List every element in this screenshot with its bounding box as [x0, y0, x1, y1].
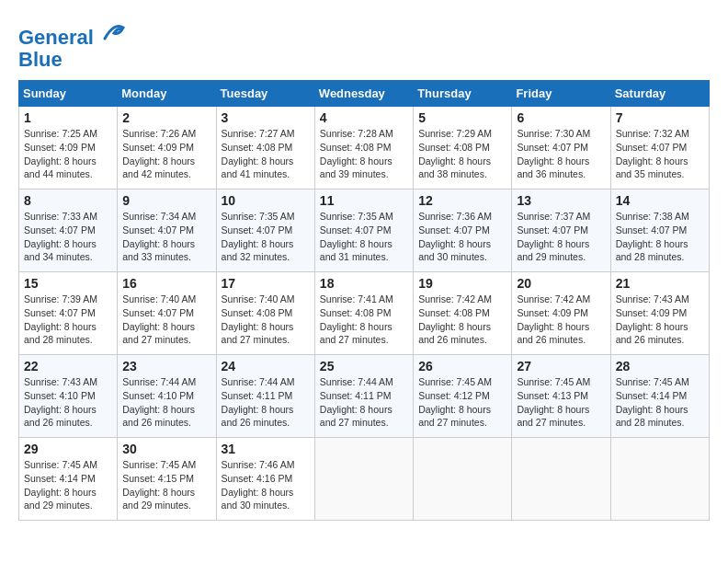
- column-header-friday: Friday: [512, 81, 610, 107]
- column-header-saturday: Saturday: [610, 81, 709, 107]
- column-header-wednesday: Wednesday: [314, 81, 413, 107]
- calendar-cell: 6 Sunrise: 7:30 AMSunset: 4:07 PMDayligh…: [512, 107, 610, 190]
- day-info: Sunrise: 7:28 AMSunset: 4:08 PMDaylight:…: [320, 127, 408, 181]
- day-info: Sunrise: 7:44 AMSunset: 4:10 PMDaylight:…: [122, 375, 210, 430]
- calendar-cell: 14 Sunrise: 7:38 AMSunset: 4:07 PMDaylig…: [610, 190, 709, 272]
- day-info: Sunrise: 7:39 AMSunset: 4:07 PMDaylight:…: [24, 293, 112, 347]
- calendar-cell: 22 Sunrise: 7:43 AMSunset: 4:10 PMDaylig…: [19, 355, 118, 438]
- day-number: 8: [24, 193, 112, 208]
- day-number: 17: [222, 276, 310, 291]
- calendar-cell: 17 Sunrise: 7:40 AMSunset: 4:08 PMDaylig…: [216, 272, 314, 355]
- day-number: 24: [222, 359, 310, 373]
- day-info: Sunrise: 7:42 AMSunset: 4:09 PMDaylight:…: [517, 293, 605, 347]
- logo-icon: [101, 18, 127, 44]
- logo: General Blue: [18, 18, 127, 71]
- calendar-cell: 9 Sunrise: 7:34 AMSunset: 4:07 PMDayligh…: [118, 190, 216, 272]
- calendar-cell: 15 Sunrise: 7:39 AMSunset: 4:07 PMDaylig…: [19, 272, 118, 355]
- calendar-cell: 19 Sunrise: 7:42 AMSunset: 4:08 PMDaylig…: [414, 272, 512, 355]
- column-header-monday: Monday: [118, 81, 216, 107]
- day-number: 6: [517, 110, 605, 125]
- day-number: 7: [616, 110, 704, 125]
- day-info: Sunrise: 7:25 AMSunset: 4:09 PMDaylight:…: [24, 127, 112, 181]
- day-info: Sunrise: 7:45 AMSunset: 4:14 PMDaylight:…: [24, 458, 112, 512]
- calendar-cell: [314, 438, 413, 521]
- day-info: Sunrise: 7:36 AMSunset: 4:07 PMDaylight:…: [418, 210, 506, 264]
- day-info: Sunrise: 7:35 AMSunset: 4:07 PMDaylight:…: [222, 210, 310, 264]
- calendar-cell: 30 Sunrise: 7:45 AMSunset: 4:15 PMDaylig…: [118, 438, 216, 521]
- page-header: General Blue: [18, 18, 710, 71]
- calendar-cell: 11 Sunrise: 7:35 AMSunset: 4:07 PMDaylig…: [314, 190, 413, 272]
- calendar-cell: 13 Sunrise: 7:37 AMSunset: 4:07 PMDaylig…: [512, 190, 610, 272]
- day-number: 14: [616, 193, 704, 208]
- calendar-cell: 18 Sunrise: 7:41 AMSunset: 4:08 PMDaylig…: [314, 272, 413, 355]
- calendar-cell: 3 Sunrise: 7:27 AMSunset: 4:08 PMDayligh…: [216, 107, 314, 190]
- logo-text: General: [18, 18, 127, 49]
- day-number: 3: [222, 110, 310, 125]
- day-info: Sunrise: 7:46 AMSunset: 4:16 PMDaylight:…: [222, 458, 310, 512]
- calendar-cell: 7 Sunrise: 7:32 AMSunset: 4:07 PMDayligh…: [610, 107, 709, 190]
- calendar-cell: 28 Sunrise: 7:45 AMSunset: 4:14 PMDaylig…: [610, 355, 709, 438]
- day-number: 1: [24, 110, 112, 125]
- calendar-cell: 8 Sunrise: 7:33 AMSunset: 4:07 PMDayligh…: [19, 190, 118, 272]
- day-number: 12: [418, 193, 506, 208]
- calendar-cell: 23 Sunrise: 7:44 AMSunset: 4:10 PMDaylig…: [118, 355, 216, 438]
- calendar-cell: [610, 438, 709, 521]
- day-number: 5: [418, 110, 506, 125]
- day-info: Sunrise: 7:45 AMSunset: 4:12 PMDaylight:…: [418, 375, 506, 430]
- day-info: Sunrise: 7:33 AMSunset: 4:07 PMDaylight:…: [24, 210, 112, 264]
- day-number: 16: [122, 276, 210, 291]
- day-info: Sunrise: 7:32 AMSunset: 4:07 PMDaylight:…: [616, 127, 704, 181]
- day-number: 4: [320, 110, 408, 125]
- day-number: 23: [122, 359, 210, 373]
- day-info: Sunrise: 7:45 AMSunset: 4:13 PMDaylight:…: [517, 375, 605, 430]
- day-info: Sunrise: 7:40 AMSunset: 4:08 PMDaylight:…: [222, 293, 310, 347]
- column-header-tuesday: Tuesday: [216, 81, 314, 107]
- calendar-cell: 29 Sunrise: 7:45 AMSunset: 4:14 PMDaylig…: [19, 438, 118, 521]
- column-header-thursday: Thursday: [414, 81, 512, 107]
- day-info: Sunrise: 7:30 AMSunset: 4:07 PMDaylight:…: [517, 127, 605, 181]
- day-info: Sunrise: 7:43 AMSunset: 4:09 PMDaylight:…: [616, 293, 704, 347]
- day-number: 31: [222, 442, 310, 456]
- day-info: Sunrise: 7:45 AMSunset: 4:15 PMDaylight:…: [122, 458, 210, 512]
- day-number: 9: [122, 193, 210, 208]
- day-number: 11: [320, 193, 408, 208]
- calendar-cell: 21 Sunrise: 7:43 AMSunset: 4:09 PMDaylig…: [610, 272, 709, 355]
- day-info: Sunrise: 7:45 AMSunset: 4:14 PMDaylight:…: [616, 375, 704, 430]
- day-number: 27: [517, 359, 605, 373]
- calendar-cell: 12 Sunrise: 7:36 AMSunset: 4:07 PMDaylig…: [414, 190, 512, 272]
- calendar-table: SundayMondayTuesdayWednesdayThursdayFrid…: [18, 80, 710, 521]
- day-info: Sunrise: 7:35 AMSunset: 4:07 PMDaylight:…: [320, 210, 408, 264]
- day-number: 30: [122, 442, 210, 456]
- day-number: 15: [24, 276, 112, 291]
- day-info: Sunrise: 7:40 AMSunset: 4:07 PMDaylight:…: [122, 293, 210, 347]
- day-info: Sunrise: 7:34 AMSunset: 4:07 PMDaylight:…: [122, 210, 210, 264]
- day-number: 2: [122, 110, 210, 125]
- calendar-cell: 1 Sunrise: 7:25 AMSunset: 4:09 PMDayligh…: [19, 107, 118, 190]
- calendar-cell: 2 Sunrise: 7:26 AMSunset: 4:09 PMDayligh…: [118, 107, 216, 190]
- calendar-cell: [512, 438, 610, 521]
- day-number: 18: [320, 276, 408, 291]
- day-number: 29: [24, 442, 112, 456]
- calendar-cell: [414, 438, 512, 521]
- day-info: Sunrise: 7:37 AMSunset: 4:07 PMDaylight:…: [517, 210, 605, 264]
- calendar-cell: 27 Sunrise: 7:45 AMSunset: 4:13 PMDaylig…: [512, 355, 610, 438]
- day-number: 22: [24, 359, 112, 373]
- calendar-cell: 26 Sunrise: 7:45 AMSunset: 4:12 PMDaylig…: [414, 355, 512, 438]
- day-info: Sunrise: 7:41 AMSunset: 4:08 PMDaylight:…: [320, 293, 408, 347]
- calendar-cell: 24 Sunrise: 7:44 AMSunset: 4:11 PMDaylig…: [216, 355, 314, 438]
- day-info: Sunrise: 7:29 AMSunset: 4:08 PMDaylight:…: [418, 127, 506, 181]
- day-info: Sunrise: 7:44 AMSunset: 4:11 PMDaylight:…: [222, 375, 310, 430]
- day-info: Sunrise: 7:43 AMSunset: 4:10 PMDaylight:…: [24, 375, 112, 430]
- calendar-cell: 5 Sunrise: 7:29 AMSunset: 4:08 PMDayligh…: [414, 107, 512, 190]
- calendar-cell: 4 Sunrise: 7:28 AMSunset: 4:08 PMDayligh…: [314, 107, 413, 190]
- day-number: 20: [517, 276, 605, 291]
- calendar-cell: 31 Sunrise: 7:46 AMSunset: 4:16 PMDaylig…: [216, 438, 314, 521]
- calendar-cell: 25 Sunrise: 7:44 AMSunset: 4:11 PMDaylig…: [314, 355, 413, 438]
- day-info: Sunrise: 7:44 AMSunset: 4:11 PMDaylight:…: [320, 375, 408, 430]
- calendar-cell: 10 Sunrise: 7:35 AMSunset: 4:07 PMDaylig…: [216, 190, 314, 272]
- day-number: 25: [320, 359, 408, 373]
- day-number: 13: [517, 193, 605, 208]
- column-header-sunday: Sunday: [19, 81, 118, 107]
- day-info: Sunrise: 7:26 AMSunset: 4:09 PMDaylight:…: [122, 127, 210, 181]
- day-number: 28: [616, 359, 704, 373]
